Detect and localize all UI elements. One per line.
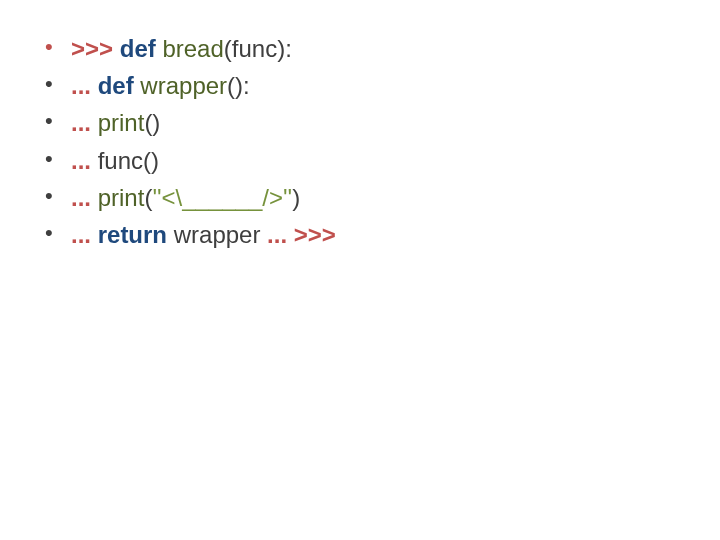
code-line-1: >>> def bread(func):	[45, 30, 690, 67]
code-line-6: ... return wrapper ... >>>	[45, 216, 690, 253]
code-line-5: ... print(''<\______/>'')	[45, 179, 690, 216]
code-line-3: ... print()	[45, 104, 690, 141]
code-list: >>> def bread(func): ... def wrapper(): …	[45, 30, 690, 253]
prompt: ...	[267, 221, 287, 248]
slide-content: >>> def bread(func): ... def wrapper(): …	[0, 0, 720, 283]
identifier: print	[98, 184, 145, 211]
prompt: ...	[71, 184, 91, 211]
prompt: ...	[71, 221, 91, 248]
identifier: bread	[162, 35, 223, 62]
prompt: ...	[71, 72, 91, 99]
prompt: ...	[71, 147, 91, 174]
prompt: >>>	[294, 221, 336, 248]
code-rest: ():	[227, 72, 250, 99]
code-rest: ()	[144, 109, 160, 136]
keyword-return: return	[98, 221, 167, 248]
identifier: wrapper	[140, 72, 227, 99]
prompt: ...	[71, 109, 91, 136]
identifier: print	[98, 109, 145, 136]
close-paren: )	[292, 184, 300, 211]
prompt: >>>	[71, 35, 113, 62]
string-literal: ''<\______/>''	[152, 184, 292, 211]
code-rest: (func):	[224, 35, 292, 62]
code-line-2: ... def wrapper():	[45, 67, 690, 104]
keyword-def: def	[98, 72, 134, 99]
keyword-def: def	[120, 35, 156, 62]
code-text: wrapper	[174, 221, 261, 248]
code-line-4: ... func()	[45, 142, 690, 179]
code-text: func()	[98, 147, 159, 174]
